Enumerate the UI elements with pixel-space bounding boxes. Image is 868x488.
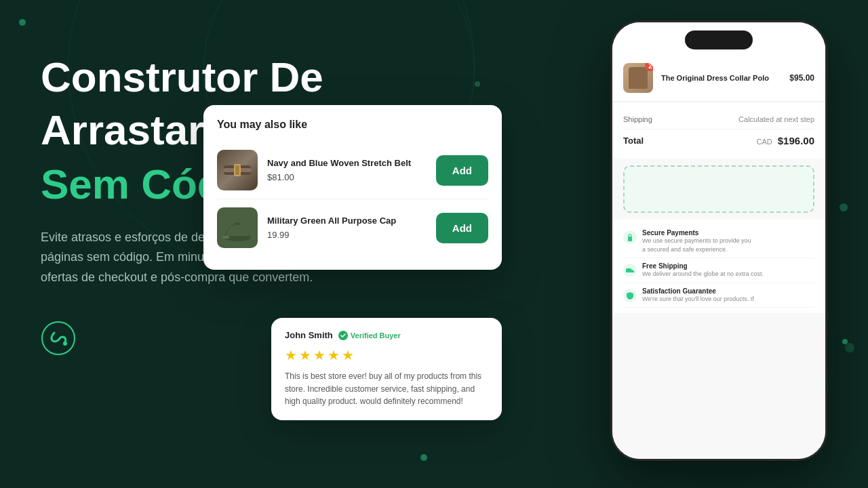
svg-point-1	[63, 342, 67, 346]
trust-title-shipping: Free Shipping	[642, 262, 764, 270]
star-4: ★	[328, 347, 340, 363]
lock-icon	[623, 230, 637, 244]
cap-price: 19.99	[267, 230, 427, 240]
upsell-popup: You may also like Navy and Blue Woven St…	[203, 105, 502, 270]
input-placeholder-area	[623, 165, 814, 213]
trust-item-guarantee: Satisfaction Guarantee We're sure that y…	[623, 283, 814, 308]
reviewer-name: John Smith	[285, 330, 333, 340]
add-belt-button[interactable]: Add	[436, 155, 488, 186]
add-cap-button[interactable]: Add	[436, 213, 488, 243]
trust-item-payments: Secure Payments We use secure payments t…	[623, 225, 814, 258]
shipping-row: Shipping Calculated at next step	[623, 110, 814, 129]
stars-row: ★ ★ ★ ★ ★	[285, 347, 488, 363]
shipping-label: Shipping	[623, 115, 652, 123]
cart-item-info: The Original Dress Collar Polo	[661, 74, 781, 82]
right-panel: 2 The Original Dress Collar Polo $95.00 …	[393, 0, 868, 488]
headline-line1: Construtor De	[41, 54, 434, 100]
star-2: ★	[299, 347, 311, 363]
belt-thumbnail	[217, 150, 258, 190]
reviewer-header: John Smith Verified Buyer	[285, 330, 488, 340]
guarantee-icon	[623, 289, 637, 302]
order-summary: Shipping Calculated at next step Total C…	[612, 103, 825, 159]
star-5: ★	[342, 347, 354, 363]
phone-notch	[685, 30, 753, 49]
svg-rect-10	[222, 236, 229, 239]
shipping-icon	[623, 264, 637, 277]
total-value: $196.00	[778, 135, 814, 146]
belt-price: $81.00	[267, 172, 427, 182]
trust-desc-payments: We use secure payments to provide youa s…	[642, 237, 751, 253]
belt-info: Navy and Blue Woven Stretch Belt $81.00	[267, 158, 427, 182]
cart-item-thumbnail: 2	[623, 63, 653, 93]
trust-item-shipping: Free Shipping We deliver around the glob…	[623, 258, 814, 283]
verified-label: Verified Buyer	[351, 331, 401, 340]
belt-name: Navy and Blue Woven Stretch Belt	[267, 158, 427, 169]
review-popup: John Smith Verified Buyer ★ ★ ★ ★ ★ This…	[271, 318, 502, 420]
phone-screen: 2 The Original Dress Collar Polo $95.00 …	[612, 22, 825, 459]
upsell-item-belt: Navy and Blue Woven Stretch Belt $81.00 …	[217, 142, 488, 199]
trust-section: Secure Payments We use secure payments t…	[612, 220, 825, 313]
shipping-value: Calculated at next step	[738, 115, 814, 123]
upsell-item-cap: Military Green All Purpose Cap 19.99 Add	[217, 199, 488, 256]
star-3: ★	[313, 347, 326, 363]
cart-item-name: The Original Dress Collar Polo	[661, 74, 781, 82]
upsell-title: You may also like	[217, 119, 488, 131]
verified-badge: Verified Buyer	[338, 331, 401, 340]
review-text: This is best store ever! buy all of my p…	[285, 370, 488, 408]
verified-icon	[338, 331, 348, 340]
cap-thumbnail	[217, 207, 258, 248]
cap-info: Military Green All Purpose Cap 19.99	[267, 216, 427, 240]
total-currency: CAD	[757, 138, 772, 146]
svg-rect-7	[235, 165, 239, 175]
cart-item-price: $95.00	[789, 73, 814, 83]
total-row: Total CAD $196.00	[623, 129, 814, 152]
svg-point-9	[235, 222, 240, 225]
cap-name: Military Green All Purpose Cap	[267, 216, 427, 227]
trust-title-guarantee: Satisfaction Guarantee	[642, 287, 754, 295]
phone-mockup: 2 The Original Dress Collar Polo $95.00 …	[610, 20, 827, 461]
trust-desc-guarantee: We're sure that you'll love our products…	[642, 295, 754, 304]
svg-point-0	[42, 322, 75, 354]
total-label: Total	[623, 136, 644, 146]
svg-rect-2	[628, 237, 632, 241]
logo-icon	[41, 321, 76, 356]
trust-desc-shipping: We deliver around the globe at no extra …	[642, 270, 764, 279]
svg-rect-3	[626, 268, 631, 272]
star-1: ★	[285, 347, 297, 363]
trust-title-payments: Secure Payments	[642, 229, 751, 237]
